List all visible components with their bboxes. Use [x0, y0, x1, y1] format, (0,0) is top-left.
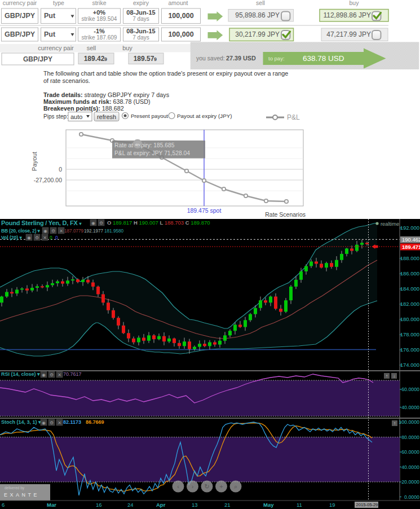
svg-text:‹: ‹ — [177, 483, 179, 490]
svg-text:The following chart and table: The following chart and table show the o… — [43, 70, 288, 77]
svg-text:Pips step:: Pips step: — [43, 113, 68, 120]
svg-text:100.0000: 100.0000 — [399, 419, 419, 425]
svg-text:2015-05-29: 2015-05-29 — [356, 502, 378, 507]
svg-text:GBP/JPY: GBP/JPY — [23, 55, 52, 63]
svg-text:Breakeven point(s): 188.682: Breakeven point(s): 188.682 — [43, 105, 124, 112]
svg-text:-27,200.00: -27,200.00 — [34, 177, 62, 183]
svg-text:P&L: P&L — [287, 113, 300, 121]
svg-text:189.57: 189.57 — [134, 55, 154, 63]
svg-text:95,898.86 JPY: 95,898.86 JPY — [235, 11, 280, 19]
svg-text:47,217.99 JPY: 47,217.99 JPY — [326, 30, 371, 38]
svg-text:13: 13 — [192, 502, 198, 508]
svg-text:GBP/JPY: GBP/JPY — [5, 30, 36, 38]
svg-text:100,000: 100,000 — [168, 30, 193, 38]
svg-text:112,898.86 JPY: 112,898.86 JPY — [323, 11, 371, 19]
svg-text:7 days: 7 days — [132, 34, 149, 41]
svg-text:strike 189.504: strike 189.504 — [82, 16, 117, 22]
svg-text:08-Jun-15: 08-Jun-15 — [126, 28, 155, 34]
svg-text:189.475 spot: 189.475 spot — [187, 207, 222, 214]
svg-text:◉: ◉ — [42, 420, 46, 425]
svg-text:11: 11 — [297, 502, 302, 508]
svg-text:May: May — [263, 502, 274, 508]
svg-text:Put: Put — [44, 12, 56, 20]
svg-text:to pay:: to pay: — [268, 55, 285, 62]
svg-text:currency pair: currency pair — [38, 45, 74, 51]
svg-text:realtime: realtime — [381, 221, 399, 227]
svg-text:✕: ✕ — [59, 229, 63, 234]
svg-text:21: 21 — [224, 502, 231, 508]
svg-text:Rate Scenarios: Rate Scenarios — [265, 211, 306, 218]
svg-text:60.0000: 60.0000 — [401, 449, 419, 455]
svg-text:P&L at expiry: JPY 71,528.04: P&L at expiry: JPY 71,528.04 — [114, 150, 190, 156]
svg-text:Mar: Mar — [47, 502, 56, 508]
svg-text:189.471: 189.471 — [402, 244, 420, 250]
svg-text:buy: buy — [122, 45, 132, 51]
svg-text:192.000: 192.000 — [400, 225, 419, 231]
svg-text:BB (20, close, 2) ▾: BB (20, close, 2) ▾ — [1, 228, 40, 234]
svg-text:40.0000: 40.0000 — [401, 464, 419, 470]
svg-text:40.0000: 40.0000 — [401, 405, 419, 410]
svg-text:0: 0 — [55, 235, 58, 240]
svg-text:9: 9 — [154, 56, 157, 62]
svg-text:buy: buy — [350, 0, 360, 6]
svg-text:189.42: 189.42 — [84, 55, 105, 63]
svg-text:60.0000: 60.0000 — [401, 387, 419, 392]
svg-text:⚙: ⚙ — [35, 235, 39, 240]
svg-text:O 189.817 H 190.007 L 188.703: O 189.817 H 190.007 L 188.703 C 189.870 — [107, 220, 210, 226]
svg-text:19: 19 — [329, 502, 335, 508]
svg-text:currency pair: currency pair — [3, 0, 37, 6]
svg-text:✕: ✕ — [58, 420, 61, 425]
svg-text:0.0000: 0.0000 — [404, 494, 419, 500]
svg-text:638.78 USD: 638.78 USD — [303, 54, 344, 63]
svg-text:80.0000: 80.0000 — [401, 435, 419, 440]
svg-text:182.000: 182.000 — [400, 301, 419, 307]
svg-text:↻: ↻ — [204, 483, 209, 490]
svg-text:187.0779: 187.0779 — [64, 229, 84, 234]
svg-text:9: 9 — [104, 56, 107, 62]
svg-text:Present payout: Present payout — [131, 113, 168, 119]
svg-text:◉: ◉ — [91, 221, 95, 226]
svg-text:◉: ◉ — [43, 229, 47, 234]
svg-text:Vol (20) ▾: Vol (20) ▾ — [1, 235, 22, 240]
svg-text:GBP/JPY: GBP/JPY — [5, 12, 36, 20]
svg-text:auto: auto — [70, 113, 82, 120]
svg-text:refresh: refresh — [97, 113, 116, 120]
svg-text:180.000: 180.000 — [400, 316, 419, 322]
svg-text:Pound Sterling / Yen, D, FX ▾: Pound Sterling / Yen, D, FX ▾ — [1, 220, 82, 226]
svg-text:0: 0 — [50, 235, 52, 240]
svg-text:✕: ✕ — [58, 372, 61, 378]
svg-text:↓: ↓ — [393, 374, 395, 379]
svg-text:Put: Put — [44, 30, 56, 38]
svg-text:Payout: Payout — [31, 152, 38, 171]
svg-text:⚙: ⚙ — [50, 420, 54, 425]
svg-text:›: › — [192, 483, 194, 490]
svg-text:sell: sell — [87, 45, 96, 51]
svg-text:of rate scenarios.: of rate scenarios. — [43, 77, 90, 84]
svg-text:⌕: ⌕ — [234, 483, 237, 490]
svg-text:type: type — [53, 0, 64, 6]
svg-text:6: 6 — [2, 502, 5, 508]
svg-text:EXANTE: EXANTE — [4, 492, 39, 498]
svg-text:100,000: 100,000 — [168, 12, 193, 20]
svg-text:24: 24 — [127, 502, 134, 508]
svg-text:176.000: 176.000 — [400, 346, 419, 353]
svg-text:Maximum funds at risk: 638.78: Maximum funds at risk: 638.78 (USD) — [43, 98, 151, 105]
svg-text:30,217.99 JPY: 30,217.99 JPY — [235, 30, 280, 38]
svg-text:27.39 USD: 27.39 USD — [226, 55, 256, 62]
svg-text:you saved:: you saved: — [196, 55, 225, 62]
svg-text:Stoch (14, 3, 1) ▾: Stoch (14, 3, 1) ▾ — [1, 419, 41, 425]
svg-text:Trade details: strategy GBPJPY: Trade details: strategy GBPJPY expiry 7 … — [43, 91, 170, 98]
svg-text:strike: strike — [92, 0, 106, 6]
svg-text:Rate at expiry: 185.685: Rate at expiry: 185.685 — [114, 142, 175, 148]
svg-text:86.7669: 86.7669 — [86, 419, 104, 425]
svg-text:16: 16 — [96, 502, 102, 508]
svg-text:↑: ↑ — [394, 421, 396, 426]
svg-text:186.000: 186.000 — [400, 270, 419, 277]
svg-text:RSI (14, close) ▾: RSI (14, close) ▾ — [1, 371, 40, 377]
svg-text:82.1173: 82.1173 — [63, 419, 81, 425]
svg-text:20.0000: 20.0000 — [401, 479, 419, 485]
svg-text:⚙: ⚙ — [99, 221, 103, 226]
svg-text:✕: ✕ — [43, 235, 47, 240]
svg-text:192.1977: 192.1977 — [84, 229, 104, 234]
svg-text:174.000: 174.000 — [400, 362, 419, 368]
